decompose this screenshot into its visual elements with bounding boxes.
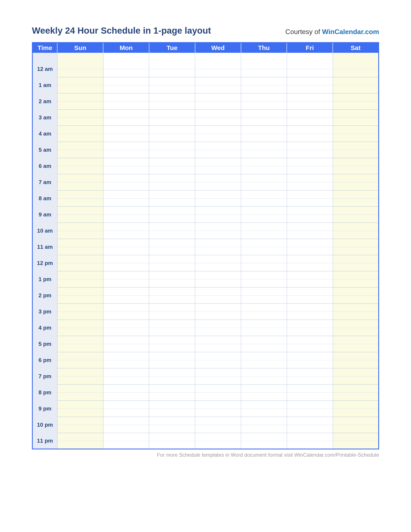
- schedule-cell[interactable]: [333, 53, 379, 61]
- schedule-cell[interactable]: [241, 376, 287, 384]
- schedule-cell[interactable]: [195, 312, 241, 320]
- schedule-cell[interactable]: [287, 158, 333, 166]
- schedule-cell[interactable]: [241, 109, 287, 117]
- schedule-cell[interactable]: [195, 287, 241, 295]
- schedule-cell[interactable]: [287, 190, 333, 198]
- schedule-cell[interactable]: [241, 239, 287, 247]
- schedule-cell[interactable]: [241, 287, 287, 295]
- schedule-cell[interactable]: [149, 304, 195, 312]
- schedule-cell[interactable]: [241, 279, 287, 287]
- schedule-cell[interactable]: [287, 247, 333, 255]
- schedule-cell[interactable]: [333, 408, 379, 417]
- schedule-cell[interactable]: [195, 174, 241, 182]
- schedule-cell[interactable]: [149, 287, 195, 295]
- schedule-cell[interactable]: [333, 441, 379, 449]
- schedule-cell[interactable]: [195, 352, 241, 360]
- schedule-cell[interactable]: [103, 400, 149, 408]
- schedule-cell[interactable]: [333, 190, 379, 198]
- schedule-cell[interactable]: [57, 400, 103, 408]
- schedule-cell[interactable]: [103, 344, 149, 352]
- schedule-cell[interactable]: [103, 142, 149, 150]
- schedule-cell[interactable]: [103, 392, 149, 400]
- schedule-cell[interactable]: [57, 279, 103, 287]
- schedule-cell[interactable]: [57, 85, 103, 93]
- schedule-cell[interactable]: [103, 287, 149, 295]
- schedule-cell[interactable]: [241, 206, 287, 215]
- schedule-cell[interactable]: [333, 198, 379, 206]
- schedule-cell[interactable]: [287, 408, 333, 417]
- schedule-cell[interactable]: [241, 158, 287, 166]
- schedule-cell[interactable]: [149, 125, 195, 134]
- schedule-cell[interactable]: [57, 344, 103, 352]
- schedule-cell[interactable]: [287, 279, 333, 287]
- schedule-cell[interactable]: [103, 174, 149, 182]
- schedule-cell[interactable]: [57, 376, 103, 384]
- schedule-cell[interactable]: [103, 417, 149, 425]
- schedule-cell[interactable]: [287, 312, 333, 320]
- schedule-cell[interactable]: [57, 166, 103, 174]
- schedule-cell[interactable]: [241, 215, 287, 223]
- schedule-cell[interactable]: [195, 101, 241, 109]
- schedule-cell[interactable]: [57, 69, 103, 77]
- schedule-cell[interactable]: [103, 215, 149, 223]
- schedule-cell[interactable]: [241, 433, 287, 441]
- schedule-cell[interactable]: [149, 53, 195, 61]
- schedule-cell[interactable]: [57, 53, 103, 61]
- schedule-cell[interactable]: [287, 61, 333, 69]
- schedule-cell[interactable]: [195, 255, 241, 263]
- schedule-cell[interactable]: [57, 109, 103, 117]
- schedule-cell[interactable]: [149, 392, 195, 400]
- schedule-cell[interactable]: [103, 360, 149, 368]
- schedule-cell[interactable]: [333, 174, 379, 182]
- schedule-cell[interactable]: [103, 352, 149, 360]
- schedule-cell[interactable]: [149, 190, 195, 198]
- schedule-cell[interactable]: [287, 134, 333, 142]
- schedule-cell[interactable]: [57, 392, 103, 400]
- schedule-cell[interactable]: [195, 433, 241, 441]
- schedule-cell[interactable]: [195, 320, 241, 328]
- schedule-cell[interactable]: [333, 320, 379, 328]
- schedule-cell[interactable]: [149, 400, 195, 408]
- courtesy-link[interactable]: WinCalendar.com: [322, 28, 379, 36]
- schedule-cell[interactable]: [241, 344, 287, 352]
- schedule-cell[interactable]: [195, 247, 241, 255]
- schedule-cell[interactable]: [287, 352, 333, 360]
- schedule-cell[interactable]: [241, 85, 287, 93]
- schedule-cell[interactable]: [287, 142, 333, 150]
- schedule-cell[interactable]: [333, 336, 379, 344]
- schedule-cell[interactable]: [287, 392, 333, 400]
- schedule-cell[interactable]: [195, 328, 241, 336]
- schedule-cell[interactable]: [57, 417, 103, 425]
- schedule-cell[interactable]: [333, 247, 379, 255]
- schedule-cell[interactable]: [149, 417, 195, 425]
- schedule-cell[interactable]: [287, 336, 333, 344]
- schedule-cell[interactable]: [241, 190, 287, 198]
- schedule-cell[interactable]: [103, 279, 149, 287]
- schedule-cell[interactable]: [241, 312, 287, 320]
- schedule-cell[interactable]: [333, 344, 379, 352]
- schedule-cell[interactable]: [241, 263, 287, 271]
- schedule-cell[interactable]: [287, 417, 333, 425]
- schedule-cell[interactable]: [333, 61, 379, 69]
- schedule-cell[interactable]: [241, 425, 287, 433]
- schedule-cell[interactable]: [195, 271, 241, 279]
- schedule-cell[interactable]: [195, 384, 241, 392]
- schedule-cell[interactable]: [333, 93, 379, 101]
- schedule-cell[interactable]: [241, 320, 287, 328]
- schedule-cell[interactable]: [149, 360, 195, 368]
- schedule-cell[interactable]: [195, 360, 241, 368]
- schedule-cell[interactable]: [103, 263, 149, 271]
- schedule-cell[interactable]: [287, 223, 333, 231]
- schedule-cell[interactable]: [149, 206, 195, 215]
- schedule-cell[interactable]: [287, 263, 333, 271]
- schedule-cell[interactable]: [241, 255, 287, 263]
- schedule-cell[interactable]: [103, 433, 149, 441]
- schedule-cell[interactable]: [103, 231, 149, 239]
- schedule-cell[interactable]: [103, 223, 149, 231]
- schedule-cell[interactable]: [149, 344, 195, 352]
- schedule-cell[interactable]: [241, 134, 287, 142]
- schedule-cell[interactable]: [287, 400, 333, 408]
- schedule-cell[interactable]: [333, 400, 379, 408]
- schedule-cell[interactable]: [57, 304, 103, 312]
- schedule-cell[interactable]: [195, 182, 241, 190]
